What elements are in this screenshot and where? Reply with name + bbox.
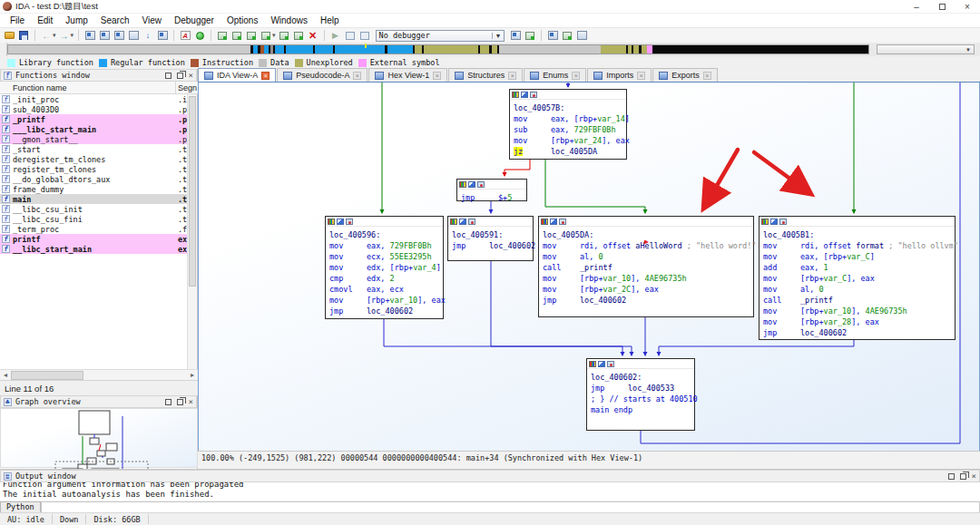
basic-block-loc_40057B[interactable]: loc_40057B:mov eax, [rbp+var_14]sub eax,… xyxy=(509,89,627,160)
block-header[interactable] xyxy=(448,217,533,227)
panel-close-icon[interactable]: × xyxy=(189,73,193,79)
column-segment[interactable]: Segn xyxy=(178,83,197,92)
function-row-register_tm_clones[interactable]: fregister_tm_clones.text xyxy=(0,164,188,174)
scrollbar-thumb[interactable] xyxy=(11,371,83,380)
menu-search[interactable]: Search xyxy=(94,15,136,25)
save-icon[interactable] xyxy=(17,30,30,42)
graph-view-canvas[interactable]: loc_40057B:mov eax, [rbp+var_14]sub eax,… xyxy=(198,83,980,451)
function-row-frame_dummy[interactable]: fframe_dummy.text xyxy=(0,184,188,194)
block-edit-icon[interactable] xyxy=(550,219,557,225)
block-edit-icon[interactable] xyxy=(459,219,466,225)
tab-close-icon[interactable]: × xyxy=(572,72,580,80)
navband-segment[interactable] xyxy=(415,45,422,53)
function-row-main[interactable]: fmain.tex xyxy=(0,194,188,204)
search-text-icon[interactable] xyxy=(127,30,140,42)
panel-restore-icon[interactable] xyxy=(177,73,183,79)
function-row-printf[interactable]: fprintfexte: xyxy=(0,234,188,244)
function-row-__libc_csu_init[interactable]: f__libc_csu_init.text xyxy=(0,204,188,214)
navband-segment[interactable] xyxy=(601,45,626,53)
function-row-__do_global_dtors_aux[interactable]: f__do_global_dtors_aux.text xyxy=(0,174,188,184)
output-log[interactable]: Function argument information has been p… xyxy=(0,482,980,501)
block-header[interactable] xyxy=(587,359,694,369)
functions-horizontal-scrollbar[interactable]: ◂ ▸ xyxy=(0,369,198,380)
tab-close-icon[interactable]: × xyxy=(261,72,270,80)
navband-handle[interactable] xyxy=(0,43,7,56)
menu-windows[interactable]: Windows xyxy=(264,15,314,25)
ascii-strings-icon[interactable]: A xyxy=(179,30,191,42)
function-row-deregister_tm_clones[interactable]: fderegister_tm_clones.text xyxy=(0,154,188,164)
tab-structures[interactable]: Structures× xyxy=(448,68,523,82)
function-row-_start[interactable]: f_start.text xyxy=(0,144,188,154)
output-window-header[interactable]: ≣ Output window × xyxy=(0,470,980,482)
navigate-back-icon[interactable]: ← xyxy=(40,30,53,42)
navband-segment[interactable] xyxy=(315,45,333,53)
add-breakpoint-icon[interactable] xyxy=(561,30,573,42)
menu-edit[interactable]: Edit xyxy=(31,15,59,25)
block-header[interactable] xyxy=(457,180,526,190)
jump-to-address-icon[interactable]: ↓ xyxy=(142,30,154,42)
functions-column-headers[interactable]: Function name Segn xyxy=(0,82,198,94)
jump-to-function-icon[interactable] xyxy=(98,30,111,42)
navband-segment[interactable] xyxy=(8,45,250,53)
tab-close-icon[interactable]: × xyxy=(433,72,441,80)
column-function-name[interactable]: Function name xyxy=(13,83,67,92)
basic-block-jmp_5[interactable]: jmp $+5 xyxy=(456,179,527,201)
block-info-icon[interactable] xyxy=(559,219,566,225)
jump-by-name-icon[interactable] xyxy=(83,30,96,42)
navband-segment[interactable] xyxy=(424,45,478,53)
run-to-cursor-icon[interactable] xyxy=(230,30,243,42)
tab-hex-view-1[interactable]: Hex View-1× xyxy=(368,68,447,82)
breakpoint-list-icon[interactable] xyxy=(546,30,559,42)
functions-vertical-scrollbar[interactable] xyxy=(187,94,197,369)
maximize-button[interactable] xyxy=(929,0,955,13)
close-button[interactable]: × xyxy=(955,0,980,13)
pause-process-icon[interactable] xyxy=(292,30,305,42)
block-edit-icon[interactable] xyxy=(598,361,605,367)
block-edit-icon[interactable] xyxy=(468,181,475,188)
tab-close-icon[interactable]: × xyxy=(637,72,645,80)
block-colors-icon[interactable] xyxy=(328,219,335,225)
tab-imports[interactable]: Imports× xyxy=(587,68,652,82)
block-colors-icon[interactable] xyxy=(541,219,548,225)
run-until-return-icon[interactable] xyxy=(278,30,290,42)
navband-segment[interactable] xyxy=(480,45,489,53)
block-header[interactable] xyxy=(539,217,753,227)
tab-exports[interactable]: Exports× xyxy=(652,68,718,82)
block-edit-icon[interactable] xyxy=(337,219,344,225)
navband-segment[interactable] xyxy=(652,45,869,53)
basic-block-loc_4005B1[interactable]: loc_4005B1:mov rdi, offset format ; "hel… xyxy=(759,216,956,340)
python-cli-button[interactable]: Python xyxy=(0,501,41,513)
panel-maximize-icon[interactable] xyxy=(165,73,172,79)
navband-zoom-dropdown[interactable]: ▼ xyxy=(877,44,975,54)
function-row-sub_4003D0[interactable]: fsub_4003D0.plt xyxy=(0,104,188,114)
graph-overview-header[interactable]: ♣ Graph overview × xyxy=(0,395,197,408)
block-header[interactable] xyxy=(326,217,443,227)
navigate-forward-icon[interactable]: → xyxy=(58,30,71,42)
stop-icon[interactable] xyxy=(358,30,371,42)
function-row-__gmon_start__[interactable]: f__gmon_start__.plt. xyxy=(0,134,188,144)
panel-close-icon[interactable]: × xyxy=(972,473,976,480)
detach-icon[interactable] xyxy=(524,30,536,42)
menu-jump[interactable]: Jump xyxy=(59,15,93,25)
step-into-icon[interactable] xyxy=(245,30,258,42)
python-cli-input[interactable] xyxy=(41,501,980,513)
block-header[interactable] xyxy=(760,217,955,227)
block-edit-icon[interactable] xyxy=(770,219,778,225)
function-row-__libc_start_main[interactable]: f__libc_start_mainexte: xyxy=(0,244,188,254)
menu-view[interactable]: View xyxy=(136,15,169,25)
step-over-icon[interactable] xyxy=(260,30,272,42)
basic-block-loc_4005DA[interactable]: loc_4005DA:mov rdi, offset aHelloWord ; … xyxy=(538,216,754,317)
continue-icon[interactable]: ▶ xyxy=(329,30,342,42)
delete-breakpoint-icon[interactable] xyxy=(575,30,588,42)
tab-ida-view-a[interactable]: IDA View-A× xyxy=(198,68,276,82)
basic-block-loc_400602[interactable]: loc_400602:jmp loc_400533; } // starts a… xyxy=(586,358,695,431)
back-history-dropdown-icon[interactable]: ▾ xyxy=(53,32,56,39)
basic-block-loc_400591[interactable]: loc_400591:jmp loc_400602 xyxy=(447,216,534,261)
minimize-button[interactable]: – xyxy=(904,0,929,13)
debugger-select[interactable]: No debugger ▼ xyxy=(376,30,505,42)
tab-close-icon[interactable]: × xyxy=(353,72,361,80)
block-edit-icon[interactable] xyxy=(521,92,528,98)
forward-history-dropdown-icon[interactable]: ▾ xyxy=(71,32,74,39)
block-info-icon[interactable] xyxy=(477,181,485,188)
panel-restore-icon[interactable] xyxy=(177,399,183,405)
